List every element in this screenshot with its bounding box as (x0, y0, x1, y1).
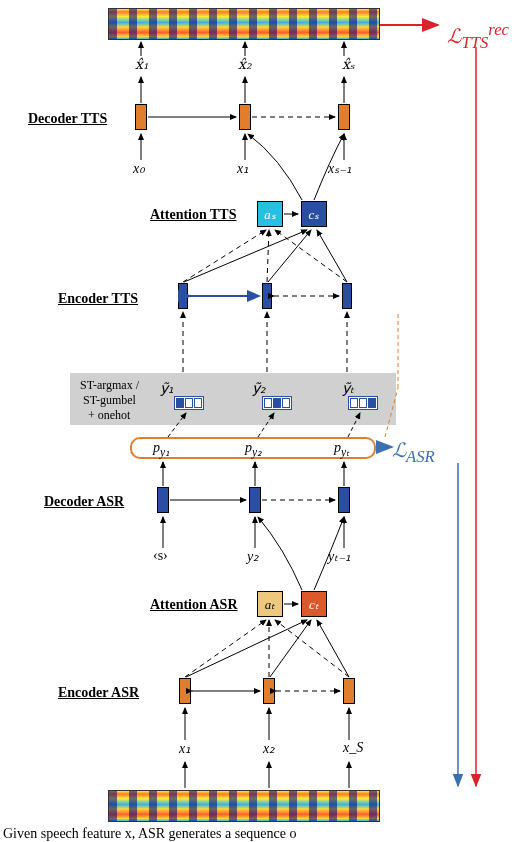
layer-label-attention-asr: Attention ASR (150, 597, 238, 613)
attention-tts-a: aₛ (257, 201, 283, 227)
var-x1-bottom: x₁ (179, 740, 191, 757)
encoder-tts-cell (262, 283, 272, 309)
var-xs-bottom: x_S (343, 740, 363, 756)
layer-label-decoder-tts: Decoder TTS (28, 111, 107, 127)
spectrogram-input (108, 790, 380, 822)
loss-tts-label: ℒTTSrec (447, 20, 509, 53)
var-xhat-s: x̂ₛ (342, 56, 355, 73)
decoder-tts-cell (239, 104, 251, 130)
var-py-1: py₁ (153, 440, 170, 459)
svg-line-46 (317, 620, 349, 677)
var-ytm1: yₜ₋₁ (328, 548, 351, 565)
attention-asr-a: aₜ (257, 591, 283, 617)
onehot-box (262, 396, 292, 410)
encoder-tts-cell (178, 283, 188, 309)
sampling-text-3: + onehot (88, 408, 130, 423)
var-py-2: py₂ (245, 440, 262, 459)
spectrogram-output (108, 8, 380, 40)
var-ytilde-2: ỹ₂ (252, 380, 266, 397)
layer-label-encoder-asr: Encoder ASR (58, 685, 139, 701)
layer-label-decoder-asr: Decoder ASR (44, 494, 124, 510)
var-x1: x₁ (237, 160, 249, 177)
var-xhat-1: x̂₁ (135, 56, 149, 73)
svg-line-18 (275, 230, 347, 282)
encoder-asr-cell (343, 678, 355, 704)
svg-line-44 (186, 620, 307, 677)
sampling-text-2: ST-gumbel (83, 393, 136, 408)
var-ytilde-t: ỹₜ (342, 380, 354, 397)
encoder-asr-cell (263, 678, 275, 704)
layer-label-attention-tts: Attention TTS (150, 207, 236, 223)
svg-line-43 (275, 620, 349, 677)
svg-line-16 (183, 230, 266, 282)
loss-asr-label: ℒASR (392, 438, 435, 467)
decoder-asr-cell (249, 487, 261, 513)
var-py-t: pyₜ (334, 440, 349, 459)
sampling-text-1: ST-argmax / (80, 378, 139, 393)
var-ytilde-1: ỹ₁ (160, 380, 174, 397)
var-start-token: ‹s› (153, 548, 168, 564)
diagram-canvas: Given speech feature x, ASR generates a … (0, 0, 512, 842)
var-xhat-2: x̂₂ (238, 56, 252, 73)
var-x2-bottom: x₂ (263, 740, 275, 757)
onehot-box (348, 396, 378, 410)
var-x0: x₀ (133, 160, 145, 177)
var-xsm1: xₛ₋₁ (328, 160, 352, 177)
decoder-asr-cell (338, 487, 350, 513)
layer-label-encoder-tts: Encoder TTS (58, 291, 138, 307)
svg-line-41 (185, 620, 266, 677)
svg-line-19 (184, 230, 307, 282)
decoder-tts-cell (338, 104, 350, 130)
onehot-box (174, 396, 204, 410)
encoder-tts-cell (342, 283, 352, 309)
figure-caption: Given speech feature x, ASR generates a … (3, 826, 297, 842)
svg-line-21 (317, 230, 347, 282)
decoder-asr-cell (157, 487, 169, 513)
svg-line-17 (267, 230, 269, 282)
svg-line-20 (268, 230, 311, 282)
attention-asr-c: cₜ (301, 591, 327, 617)
attention-tts-c: cₛ (301, 201, 327, 227)
var-y2: y₂ (247, 548, 259, 565)
encoder-asr-cell (179, 678, 191, 704)
decoder-tts-cell (135, 104, 147, 130)
svg-line-45 (270, 620, 311, 677)
